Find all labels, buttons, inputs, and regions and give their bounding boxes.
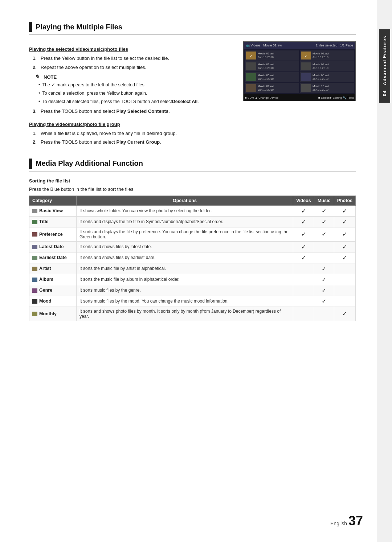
videos-cell: ✓ (293, 227, 314, 241)
step-2-1: 1. While a file list is displayed, move … (33, 130, 236, 137)
section2: Media Play Additional Function Sorting t… (29, 159, 356, 321)
table-row: AlbumIt sorts the music file by album in… (29, 274, 356, 285)
screenshot-item: Movie 18.aviJan.10.2010 (300, 83, 354, 93)
page-footer: English 37 (330, 514, 363, 527)
screenshot-item: Movie 01.aviJan.10.2010 (245, 50, 299, 61)
note-bullets: The ✓ mark appears to the left of the se… (35, 82, 236, 105)
table-row: ArtistIt sorts the music file by artist … (29, 263, 356, 274)
videos-cell (293, 296, 314, 307)
table-row: Earliest DateIt sorts and shows files by… (29, 252, 356, 263)
photos-cell: ✓ (334, 205, 355, 216)
th-photos: Photos (334, 196, 355, 205)
category-icon (32, 278, 37, 282)
operations-cell: It sorts and shows files by latest date. (77, 241, 293, 252)
category-cell: Monthly (29, 307, 77, 321)
category-icon (32, 256, 37, 260)
th-music: Music (314, 196, 334, 205)
operations-cell: It sorts and shows files by earliest dat… (77, 252, 293, 263)
category-label: Artist (39, 266, 51, 271)
category-cell: Genre (29, 285, 77, 296)
photos-cell: ✓ (334, 241, 355, 252)
section1-left: Playing the selected video/music/photo f… (29, 41, 236, 148)
note-bullet-3: To deselect all selected files, press th… (38, 98, 236, 105)
videos-cell (293, 285, 314, 296)
category-icon (32, 299, 37, 304)
category-label: Preference (39, 232, 63, 237)
music-cell (314, 252, 334, 263)
screenshot-topbar: 📺 Videos Movie 01.avi 2 files selected 1… (244, 42, 355, 49)
photos-cell (334, 296, 355, 307)
screenshot-item: Movie 03.aviJan.10.2010 (245, 61, 299, 71)
videos-cell (293, 274, 314, 285)
videos-cell: ✓ (293, 252, 314, 263)
table-header-row: Category Operations Videos Music Photos (29, 196, 356, 205)
table-row: MonthlyIt sorts and shows photo files by… (29, 307, 356, 321)
category-icon (32, 209, 37, 213)
subsection2-title: Playing the video/music/photo file group (29, 122, 236, 127)
videos-cell: ✓ (293, 216, 314, 227)
operations-cell: It sorts the music file by album in alph… (77, 274, 293, 285)
thumb-1 (246, 52, 256, 59)
subsection1-title: Playing the selected video/music/photo f… (29, 46, 236, 52)
screenshot-grid: Movie 01.aviJan.10.2010 Movie 02.aviJan.… (244, 49, 355, 101)
table-row: PreferenceIt sorts and displays the file… (29, 227, 356, 241)
table-row: Latest DateIt sorts and shows files by l… (29, 241, 356, 252)
step-1-3: 3. Press the TOOLS button and select Pla… (33, 108, 236, 115)
music-cell: ✓ (314, 285, 334, 296)
category-icon (32, 232, 37, 237)
photos-cell: ✓ (334, 307, 355, 321)
thumb-4 (301, 62, 311, 70)
steps-list-2: 1. While a file list is displayed, move … (29, 130, 236, 146)
category-label: Earliest Date (39, 255, 67, 260)
music-cell: ✓ (314, 263, 334, 274)
note-bullet-2: To cancel a selection, press the Yellow … (38, 90, 236, 97)
category-cell: Preference (29, 227, 77, 241)
steps-list-1b: 3. Press the TOOLS button and select Pla… (29, 108, 236, 115)
category-icon (32, 267, 37, 271)
category-cell: Mood (29, 296, 77, 307)
music-cell: ✓ (314, 227, 334, 241)
category-cell: Earliest Date (29, 252, 77, 263)
operations-cell: It sorts and shows photo files by month.… (77, 307, 293, 321)
table-row: Basic ViewIt shows whole folder. You can… (29, 205, 356, 216)
category-cell: Basic View (29, 205, 77, 216)
heading-bar-2 (29, 159, 32, 169)
note-block: ✎ NOTE The ✓ mark appears to the left of… (35, 74, 236, 105)
sort-table: Category Operations Videos Music Photos … (29, 196, 356, 321)
photos-cell: ✓ (334, 227, 355, 241)
category-label: Title (39, 219, 48, 224)
category-icon (32, 245, 37, 249)
music-cell: ✓ (314, 296, 334, 307)
step-2-2: 2. Press the TOOLS button and select Pla… (33, 139, 236, 146)
videos-cell: ✓ (293, 205, 314, 216)
step-1-1: 1. Press the Yellow button in the file l… (33, 55, 236, 62)
section2-heading: Media Play Additional Function (29, 159, 356, 172)
photos-cell (334, 263, 355, 274)
category-icon (32, 220, 37, 224)
photos-cell: ✓ (334, 216, 355, 227)
category-label: Latest Date (39, 244, 64, 249)
step-1-2: 2. Repeat the above operation to select … (33, 64, 236, 71)
photos-cell (334, 274, 355, 285)
heading-bar (29, 22, 32, 32)
table-body: Basic ViewIt shows whole folder. You can… (29, 205, 356, 321)
music-cell: ✓ (314, 205, 334, 216)
operations-cell: It sorts and displays the file title in … (77, 216, 293, 227)
note-header: ✎ NOTE (35, 74, 236, 80)
thumb-2 (301, 52, 311, 59)
screenshot-item: Movie 05.aviJan.10.2010 (245, 72, 299, 82)
steps-list-1: 1. Press the Yellow button in the file l… (29, 55, 236, 71)
section2-title: Media Play Additional Function (36, 159, 143, 168)
category-label: Album (39, 277, 53, 282)
section1-title: Playing the Multiple Files (36, 23, 122, 31)
section1-content: Playing the selected video/music/photo f… (29, 41, 356, 148)
thumb-6 (301, 73, 311, 81)
category-cell: Title (29, 216, 77, 227)
music-cell (314, 307, 334, 321)
screenshot-item: Movie 02.aviJan.10.2010 (300, 50, 354, 61)
music-cell (314, 241, 334, 252)
operations-cell: It shows whole folder. You can view the … (77, 205, 293, 216)
operations-cell: It sorts music files by the genre. (77, 285, 293, 296)
screenshot-item: Movie 07.aviJan.10.2010 (245, 83, 299, 93)
screenshot-bottombar: ■ SUM ▲ Change Device ■ Select ▶ Sorting… (244, 94, 355, 101)
